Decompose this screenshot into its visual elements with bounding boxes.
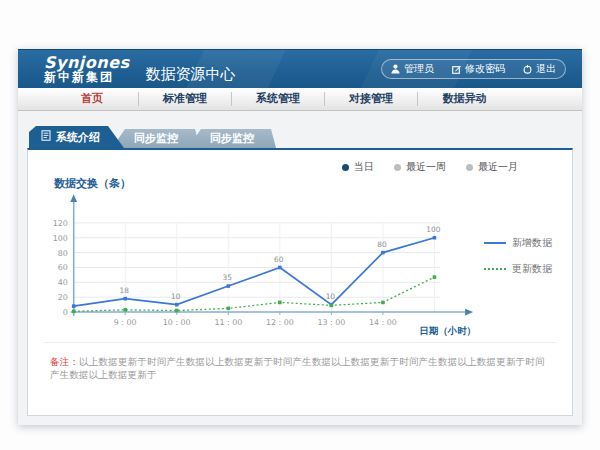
radio-icon <box>342 164 349 171</box>
svg-text:9 : 00: 9 : 00 <box>114 318 137 327</box>
svg-text:10: 10 <box>171 292 181 301</box>
time-range-filter: 当日 最近一周 最近一月 <box>40 150 560 174</box>
filter-last-month[interactable]: 最近一月 <box>466 160 518 174</box>
svg-text:20: 20 <box>58 293 68 302</box>
svg-text:10: 10 <box>326 292 336 301</box>
app-window: Synjones 新中新集团 数据资源中心 管理员 修改密码 退出 <box>18 49 582 425</box>
footnote: 备注：以上数据更新于时间产生数据以上数据更新于时间产生数据以上数据更新于时间产生… <box>44 342 556 382</box>
tab-label: 系统介绍 <box>56 130 100 145</box>
change-password-label: 修改密码 <box>465 62 505 76</box>
change-password-button[interactable]: 修改密码 <box>443 62 514 76</box>
svg-text:14 : 00: 14 : 00 <box>369 318 397 327</box>
filter-last-week[interactable]: 最近一周 <box>394 160 446 174</box>
chart-row: 0204060801001209 : 0010 : 0011 : 0012 : … <box>40 191 560 338</box>
filter-label: 当日 <box>354 160 374 174</box>
filter-label: 最近一月 <box>478 160 518 174</box>
svg-text:120: 120 <box>53 219 68 228</box>
tab-sync-monitor-1[interactable]: 同步监控 <box>112 129 200 148</box>
line-chart-svg: 0204060801001209 : 0010 : 0011 : 0012 : … <box>40 191 482 338</box>
radio-icon <box>466 164 473 171</box>
svg-text:10 : 00: 10 : 00 <box>163 318 191 327</box>
admin-button[interactable]: 管理员 <box>382 62 443 76</box>
user-icon <box>391 64 400 74</box>
svg-text:35: 35 <box>223 273 233 282</box>
dotted-swatch-icon <box>484 268 506 270</box>
legend-label: 更新数据 <box>512 262 552 276</box>
logo-text-en: Synjones <box>44 54 130 71</box>
line-swatch-icon <box>484 242 506 244</box>
nav-item-standards[interactable]: 标准管理 <box>139 92 232 106</box>
admin-label: 管理员 <box>404 62 434 76</box>
filter-today[interactable]: 当日 <box>342 160 374 174</box>
series-legend: 新增数据 更新数据 <box>484 236 552 276</box>
nav-item-home[interactable]: 首页 <box>46 92 139 106</box>
filter-label: 最近一周 <box>406 160 446 174</box>
logo-text-cn: 新中新集团 <box>44 71 130 84</box>
svg-text:日期（小时）: 日期（小时） <box>420 325 476 337</box>
svg-text:13 : 00: 13 : 00 <box>317 318 345 327</box>
content-area: 系统介绍 同步监控 同步监控 当日 最近一周 最近一月 数据交换 <box>18 111 582 425</box>
radio-icon <box>394 164 401 171</box>
svg-text:0: 0 <box>63 308 68 317</box>
svg-text:11 : 00: 11 : 00 <box>214 318 242 327</box>
legend-updated-data: 更新数据 <box>484 262 552 276</box>
svg-text:40: 40 <box>58 278 68 287</box>
y-axis-title: 数据交换（条） <box>54 176 560 191</box>
nav-item-system[interactable]: 系统管理 <box>232 92 325 106</box>
svg-text:100: 100 <box>53 234 68 243</box>
tab-label: 同步监控 <box>210 132 254 145</box>
svg-text:60: 60 <box>58 263 68 272</box>
power-icon <box>523 65 532 74</box>
edit-icon <box>452 65 461 74</box>
nav-item-interface[interactable]: 对接管理 <box>325 92 418 106</box>
svg-text:60: 60 <box>274 255 284 264</box>
document-icon <box>41 130 51 144</box>
tab-bar: 系统介绍 同步监控 同步监控 <box>29 126 573 148</box>
svg-text:18: 18 <box>120 286 130 295</box>
legend-new-data: 新增数据 <box>484 236 552 250</box>
nav-item-data-change[interactable]: 数据异动 <box>418 92 511 106</box>
svg-text:80: 80 <box>58 249 68 258</box>
legend-label: 新增数据 <box>512 236 552 250</box>
footnote-text: 以上数据更新于时间产生数据以上数据更新于时间产生数据以上数据更新于时间产生数据以… <box>50 356 545 380</box>
tab-sync-monitor-2[interactable]: 同步监控 <box>188 129 276 148</box>
svg-text:12 : 00: 12 : 00 <box>266 318 294 327</box>
user-menu: 管理员 修改密码 退出 <box>381 59 566 79</box>
main-nav: 首页 标准管理 系统管理 对接管理 数据异动 <box>18 88 582 111</box>
svg-text:100: 100 <box>426 225 440 234</box>
footnote-label: 备注： <box>50 356 79 367</box>
chart-panel: 当日 最近一周 最近一月 数据交换（条） 0204060801001209 : … <box>27 148 573 416</box>
page-title: 数据资源中心 <box>146 65 236 84</box>
logout-label: 退出 <box>536 62 556 76</box>
tab-label: 同步监控 <box>134 132 178 145</box>
svg-text:80: 80 <box>377 240 387 249</box>
company-logo: Synjones 新中新集团 <box>44 54 130 84</box>
header: Synjones 新中新集团 数据资源中心 管理员 修改密码 退出 <box>18 49 582 88</box>
logout-button[interactable]: 退出 <box>514 62 565 76</box>
tab-system-intro[interactable]: 系统介绍 <box>29 126 124 148</box>
